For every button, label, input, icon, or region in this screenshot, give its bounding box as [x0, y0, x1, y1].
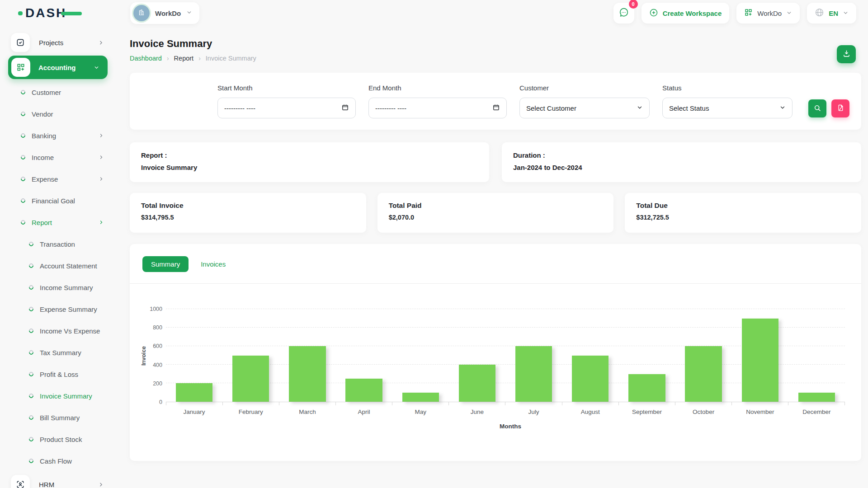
sidebar-item-account-statement[interactable]: Account Statement	[0, 255, 117, 277]
end-month-input[interactable]: --------- ----	[368, 98, 507, 118]
download-icon	[842, 49, 851, 60]
bar-slot	[222, 309, 279, 402]
chevron-down-icon	[779, 104, 786, 112]
invoice-bar[interactable]	[402, 393, 439, 402]
bullet-icon	[20, 176, 26, 182]
tab-invoices[interactable]: Invoices	[201, 260, 226, 268]
invoice-bar[interactable]	[798, 393, 835, 402]
x-tick-mark	[505, 402, 561, 405]
invoice-bar[interactable]	[289, 346, 326, 402]
workspace-label: WorkDo	[155, 9, 181, 17]
checkbox-icon	[11, 33, 30, 52]
x-tick-mark	[618, 402, 675, 405]
sidebar-item-expense[interactable]: Expense	[0, 168, 117, 190]
sidebar-item-label: Income Summary	[40, 284, 93, 291]
invoice-bar[interactable]	[345, 379, 382, 402]
sidebar-item-label: Tax Summary	[40, 349, 81, 357]
status-select[interactable]: Select Status	[662, 98, 793, 118]
messages-button[interactable]: 0	[613, 3, 634, 23]
bullet-icon	[28, 263, 34, 269]
app-menu-button[interactable]: WorkDo	[736, 3, 800, 23]
sidebar-item-bill-summary[interactable]: Bill Summary	[0, 407, 117, 428]
status-select-value: Select Status	[669, 104, 709, 112]
create-workspace-button[interactable]: Create Workspace	[642, 3, 730, 23]
y-tick-label: 800	[153, 324, 162, 331]
total-invoice-value: $314,795.5	[141, 214, 355, 221]
customer-select[interactable]: Select Customer	[519, 98, 650, 118]
filter-actions	[808, 99, 849, 117]
sidebar-item-customer[interactable]: Customer	[0, 81, 117, 103]
download-button[interactable]	[837, 45, 856, 63]
hrm-icon	[11, 475, 30, 488]
bullet-icon	[28, 458, 34, 464]
tab-summary[interactable]: Summary	[142, 256, 189, 272]
invoice-bar[interactable]	[176, 383, 212, 402]
page-title: Invoice Summary	[130, 38, 861, 50]
x-tick-label: February	[222, 408, 279, 415]
building-icon	[137, 8, 146, 18]
sidebar: Projects Accounting C	[0, 26, 117, 488]
sidebar-item-label: Profit & Loss	[40, 371, 78, 378]
y-tick-label: 200	[153, 380, 162, 387]
breadcrumb-dashboard[interactable]: Dashboard	[130, 55, 162, 62]
chevron-right-icon	[99, 220, 104, 225]
sidebar-item-income-summary[interactable]: Income Summary	[0, 277, 117, 298]
calendar-icon	[492, 103, 500, 113]
bullet-icon	[28, 436, 34, 442]
duration-card: Duration : Jan-2024 to Dec-2024	[502, 142, 861, 182]
invoice-bar[interactable]	[685, 346, 722, 402]
sidebar-item-invoice-summary[interactable]: Invoice Summary	[0, 385, 117, 407]
x-tick-label: August	[562, 408, 618, 415]
reset-button[interactable]	[831, 99, 849, 117]
sidebar-item-income[interactable]: Income	[0, 146, 117, 168]
sidebar-item-label: Income Vs Expense	[40, 327, 100, 335]
bullet-icon	[20, 132, 26, 139]
sidebar-item-expense-summary[interactable]: Expense Summary	[0, 298, 117, 320]
breadcrumb-report[interactable]: Report	[174, 55, 194, 62]
sidebar-item-profit-loss[interactable]: Profit & Loss	[0, 363, 117, 385]
app-root: DASH WorkDo	[0, 0, 868, 488]
chart-plot	[166, 309, 845, 402]
invoice-bar[interactable]	[572, 356, 609, 402]
x-tick-mark	[731, 402, 788, 405]
sidebar-item-financial-goal[interactable]: Financial Goal	[0, 190, 117, 211]
bar-slot	[279, 309, 335, 402]
workspace-selector[interactable]: WorkDo	[130, 2, 199, 24]
sidebar-item-product-stock[interactable]: Product Stock	[0, 428, 117, 450]
chart-x-ticks	[166, 402, 845, 405]
sidebar-item-report[interactable]: Report	[0, 211, 117, 233]
invoice-bar[interactable]	[232, 356, 269, 402]
start-month-input[interactable]: --------- ----	[217, 98, 356, 118]
sidebar-item-hrm[interactable]: HRM	[0, 474, 117, 488]
bullet-icon	[20, 154, 26, 160]
sidebar-item-projects[interactable]: Projects	[0, 32, 117, 53]
sidebar-item-cash-flow[interactable]: Cash Flow	[0, 450, 117, 472]
invoice-bar[interactable]	[459, 365, 495, 402]
sidebar-item-accounting[interactable]: Accounting	[8, 56, 108, 79]
bar-slot	[392, 309, 449, 402]
chevron-down-icon	[786, 9, 792, 17]
bullet-icon	[28, 306, 34, 312]
bar-slot	[788, 309, 845, 402]
invoice-bar[interactable]	[742, 319, 778, 402]
sidebar-item-label: Cash Flow	[40, 457, 72, 465]
search-button[interactable]	[808, 99, 826, 117]
sidebar-item-income-vs-expense[interactable]: Income Vs Expense	[0, 320, 117, 342]
filter-card: Start Month --------- ---- End Month ---…	[130, 73, 861, 130]
y-tick-label: 600	[153, 343, 162, 349]
total-paid-value: $2,070.0	[389, 214, 603, 221]
bullet-icon	[28, 241, 34, 247]
invoice-bar[interactable]	[628, 374, 665, 402]
breadcrumb-separator: ›	[198, 55, 201, 62]
search-icon	[813, 104, 821, 113]
bar-slot	[336, 309, 392, 402]
sidebar-item-tax-summary[interactable]: Tax Summary	[0, 342, 117, 363]
sidebar-item-banking[interactable]: Banking	[0, 125, 117, 146]
sidebar-item-vendor[interactable]: Vendor	[0, 103, 117, 125]
bullet-icon	[28, 349, 34, 356]
sidebar-item-label: Projects	[39, 39, 63, 47]
language-selector[interactable]: EN	[807, 3, 856, 23]
sidebar-item-transaction[interactable]: Transaction	[0, 233, 117, 255]
x-tick-label: October	[675, 408, 732, 415]
invoice-bar[interactable]	[515, 346, 552, 402]
